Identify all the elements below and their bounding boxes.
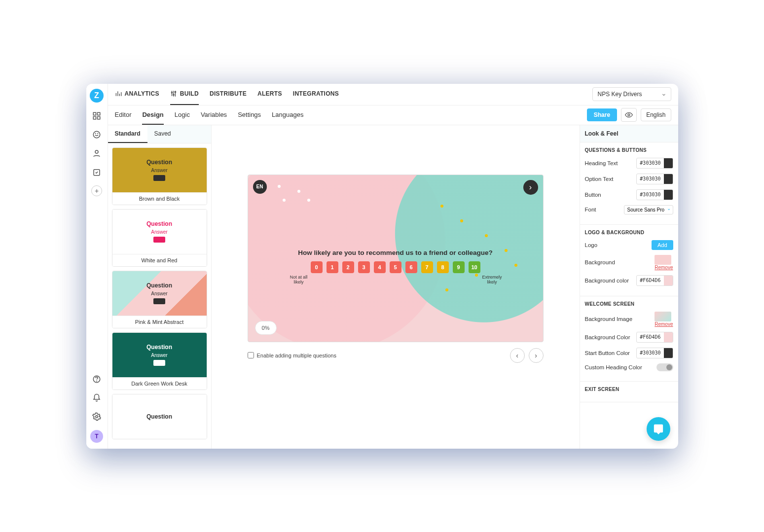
theme-label: Dark Green Work Desk bbox=[112, 377, 207, 390]
nps-3[interactable]: 3 bbox=[358, 261, 370, 273]
option-text-color[interactable]: #303030 bbox=[636, 174, 673, 184]
survey-preview: EN › How likely are you to recommend us … bbox=[248, 175, 544, 342]
svg-rect-1 bbox=[98, 112, 100, 115]
survey-selector[interactable]: NPS Key Drivers bbox=[592, 87, 671, 101]
theme-tab-saved[interactable]: Saved bbox=[147, 125, 178, 143]
welcome-bg-thumb[interactable] bbox=[655, 312, 671, 321]
progress-indicator: 0% bbox=[255, 321, 277, 335]
nav-integrations[interactable]: INTEGRATIONS bbox=[293, 84, 339, 105]
nav-feedback-icon[interactable] bbox=[91, 129, 102, 140]
nps-6[interactable]: 6 bbox=[405, 261, 417, 273]
nps-label-low: Not at all likely bbox=[287, 275, 311, 284]
nps-8[interactable]: 8 bbox=[437, 261, 449, 273]
tab-settings[interactable]: Settings bbox=[238, 106, 261, 125]
svg-point-7 bbox=[95, 150, 98, 153]
theme-label: White and Red bbox=[112, 254, 207, 266]
nps-label-high: Extremely likely bbox=[480, 275, 505, 284]
panel-title: Look & Feel bbox=[580, 125, 678, 142]
multi-question-checkbox[interactable]: Enable adding multiple questions bbox=[248, 352, 336, 358]
svg-point-10 bbox=[97, 381, 97, 381]
background-thumb[interactable] bbox=[655, 255, 671, 265]
next-button[interactable]: › bbox=[523, 180, 538, 195]
svg-point-4 bbox=[93, 131, 100, 138]
theme-tab-standard[interactable]: Standard bbox=[108, 125, 147, 143]
start-button-color[interactable]: #303030 bbox=[636, 348, 673, 358]
heading-text-color[interactable]: #303030 bbox=[636, 158, 673, 169]
theme-card[interactable]: QuestionAnswer Dark Green Work Desk bbox=[112, 332, 207, 390]
share-button[interactable]: Share bbox=[587, 108, 617, 121]
svg-point-5 bbox=[95, 133, 96, 134]
chat-widget[interactable] bbox=[647, 417, 670, 441]
font-select[interactable]: Source Sans Pro bbox=[624, 205, 673, 214]
language-badge[interactable]: EN bbox=[253, 180, 267, 194]
remove-welcome-bg-link[interactable]: Remove bbox=[655, 321, 673, 327]
nav-distribute[interactable]: DISTRIBUTE bbox=[210, 84, 247, 105]
language-button[interactable]: English bbox=[641, 108, 671, 121]
svg-rect-3 bbox=[98, 116, 100, 119]
theme-label: Brown and Black bbox=[112, 192, 207, 205]
tab-languages[interactable]: Languages bbox=[272, 106, 303, 125]
svg-rect-2 bbox=[93, 116, 96, 119]
svg-point-13 bbox=[173, 94, 174, 95]
theme-card[interactable]: QuestionAnswer White and Red bbox=[112, 209, 207, 267]
add-logo-button[interactable]: Add bbox=[652, 240, 673, 250]
remove-background-link[interactable]: Remove bbox=[655, 265, 673, 270]
theme-card[interactable]: Question bbox=[112, 394, 207, 439]
prev-question-button[interactable]: ‹ bbox=[510, 348, 525, 363]
section-heading: QUESTIONS & BUTTONS bbox=[585, 147, 673, 153]
nps-10[interactable]: 10 bbox=[469, 261, 480, 273]
nps-5[interactable]: 5 bbox=[390, 261, 401, 273]
nps-4[interactable]: 4 bbox=[374, 261, 386, 273]
nav-contacts-icon[interactable] bbox=[91, 148, 102, 159]
button-color[interactable]: #303030 bbox=[636, 189, 673, 200]
svg-point-11 bbox=[96, 415, 98, 418]
rail-add-button[interactable]: + bbox=[91, 185, 102, 196]
nav-tasks-icon[interactable] bbox=[91, 167, 102, 177]
theme-label: Pink & Mint Abstract bbox=[112, 316, 207, 328]
theme-card[interactable]: QuestionAnswer Pink & Mint Abstract bbox=[112, 271, 207, 328]
background-color[interactable]: #F6D4D6 bbox=[636, 275, 673, 286]
preview-button[interactable] bbox=[621, 108, 637, 122]
nps-1[interactable]: 1 bbox=[327, 261, 338, 273]
tab-logic[interactable]: Logic bbox=[175, 106, 190, 125]
tab-variables[interactable]: Variables bbox=[201, 106, 227, 125]
custom-heading-toggle[interactable] bbox=[656, 363, 673, 371]
section-heading: EXIT SCREEN bbox=[585, 387, 673, 392]
svg-rect-0 bbox=[93, 112, 96, 115]
user-avatar[interactable]: T bbox=[90, 430, 103, 443]
question-text: How likely are you to recommend us to a … bbox=[248, 249, 543, 256]
nps-0[interactable]: 0 bbox=[311, 261, 323, 273]
svg-point-6 bbox=[98, 133, 98, 134]
nav-analytics[interactable]: ANALYTICS bbox=[115, 84, 159, 105]
section-heading: LOGO & BACKGROUND bbox=[585, 230, 673, 235]
theme-card[interactable]: QuestionAnswer Brown and Black bbox=[112, 147, 207, 205]
nps-9[interactable]: 9 bbox=[453, 261, 465, 273]
settings-icon[interactable] bbox=[91, 411, 102, 422]
welcome-bg-color[interactable]: #F6D4D6 bbox=[636, 332, 673, 343]
notifications-icon[interactable] bbox=[91, 392, 102, 403]
svg-point-12 bbox=[171, 92, 172, 93]
tab-design[interactable]: Design bbox=[142, 106, 163, 125]
nps-2[interactable]: 2 bbox=[342, 261, 354, 273]
svg-point-14 bbox=[175, 91, 176, 92]
nps-7[interactable]: 7 bbox=[421, 261, 433, 273]
nps-scale: 0 1 2 3 4 5 6 7 8 9 10 bbox=[248, 261, 543, 273]
app-logo[interactable]: Z bbox=[90, 89, 104, 103]
next-question-button[interactable]: › bbox=[529, 348, 544, 363]
section-heading: WELCOME SCREEN bbox=[585, 301, 673, 307]
tab-editor[interactable]: Editor bbox=[115, 106, 132, 125]
nav-dashboard-icon[interactable] bbox=[91, 110, 102, 121]
help-icon[interactable] bbox=[91, 374, 102, 385]
nav-build[interactable]: BUILD bbox=[170, 84, 199, 105]
svg-point-15 bbox=[628, 114, 630, 116]
nav-alerts[interactable]: ALERTS bbox=[257, 84, 282, 105]
